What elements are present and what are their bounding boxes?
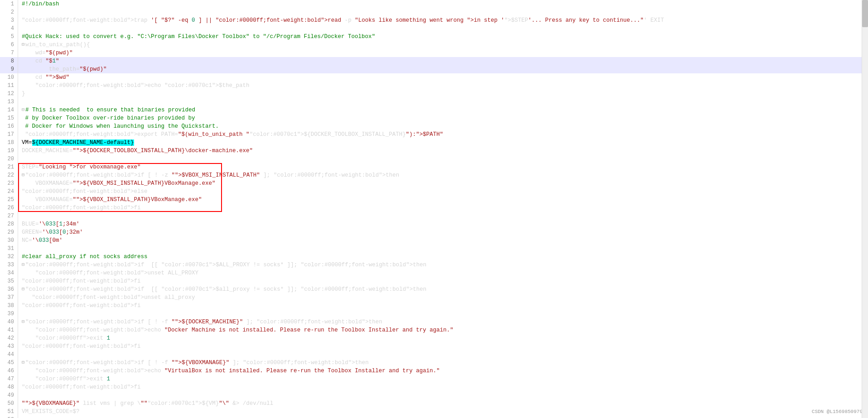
code-line-20 (18, 155, 868, 163)
code-line-36: ⊟"color:#0000ff;font-weight:bold">if [[ … (18, 285, 868, 293)
line-numbers: 1234567891011121314151617181920212223242… (0, 0, 18, 418)
code-line-28: BLUE='\033[1;34m' (18, 220, 868, 228)
line-number-17: 17 (0, 130, 18, 139)
code-line-33: ⊟"color:#0000ff;font-weight:bold">if [[ … (18, 261, 868, 269)
scroll-thumb[interactable] (862, 0, 868, 27)
scroll-indicator[interactable] (862, 0, 868, 418)
line-number-1: 1 (0, 0, 18, 8)
code-line-8: cd "$1" (18, 57, 868, 65)
code-line-13 (18, 98, 868, 106)
code-line-22: ⊟"color:#0000ff;font-weight:bold">if [ !… (18, 171, 868, 179)
code-content-36: "color:#0000ff;font-weight:bold">if [[ "… (25, 285, 426, 293)
code-line-9: the_path="$(pwd)" (18, 65, 868, 73)
code-line-18: VM=${DOCKER_MACHINE_NAME-default} (18, 139, 868, 147)
line-number-10: 10 (0, 73, 18, 82)
code-line-41: "color:#0000ff;font-weight:bold">echo "D… (18, 326, 868, 334)
code-content-46: "color:#0000ff;font-weight:bold">echo "V… (22, 367, 440, 375)
code-content-14: # This is needed to ensure that binaries… (25, 106, 195, 114)
code-content-43: "color:#0000ff;font-weight:bold">fi (22, 342, 141, 351)
line-number-24: 24 (0, 187, 18, 196)
line-number-49: 49 (0, 391, 18, 399)
code-content-6: win_to_unix_path(){ (25, 41, 90, 49)
code-line-37: "color:#0000ff;font-weight:bold">unset a… (18, 293, 868, 302)
fold-icon-22[interactable]: ⊟ (22, 171, 24, 179)
line-number-45: 45 (0, 359, 18, 367)
code-line-39 (18, 310, 868, 318)
code-content-5: #Quick Hack: used to convert e.g. "C:\Pr… (22, 33, 375, 41)
code-content-23: VBOXMANAGE="">${VBOX_MSI_INSTALL_PATH}VB… (22, 179, 216, 187)
code-content-19: DOCKER_MACHINE="">${DOCKER_TOOLBOX_INSTA… (22, 147, 253, 155)
line-number-42: 42 (0, 334, 18, 342)
code-content-40: "color:#0000ff;font-weight:bold">if [ ! … (25, 318, 382, 326)
code-line-10: cd "">$wd" (18, 73, 868, 82)
fold-icon-36[interactable]: ⊟ (22, 285, 24, 293)
code-line-25: VBOXMANAGE="">${VBOX_INSTALL_PATH}VBoxMa… (18, 196, 868, 204)
code-content-11: "color:#0000ff;font-weight:bold">echo "c… (22, 82, 250, 90)
code-line-24: "color:#0000ff;font-weight:bold">else (18, 187, 868, 196)
fold-icon-45[interactable]: ⊟ (22, 359, 24, 367)
line-number-28: 28 (0, 220, 18, 228)
code-line-49 (18, 391, 868, 399)
code-content-15: # by Docker Toolbox over-ride binaries p… (22, 114, 195, 122)
line-number-3: 3 (0, 16, 18, 24)
line-number-2: 2 (0, 8, 18, 16)
code-line-45: ⊟"color:#0000ff;font-weight:bold">if [ !… (18, 359, 868, 367)
code-line-16: # Docker for Windows when launching usin… (18, 122, 868, 130)
code-line-32: #clear all_proxy if not socks address (18, 253, 868, 261)
code-line-1: #!/bin/bash (18, 0, 868, 8)
line-number-12: 12 (0, 90, 18, 98)
line-number-41: 41 (0, 326, 18, 334)
code-content-37: "color:#0000ff;font-weight:bold">unset a… (22, 293, 195, 302)
code-line-46: "color:#0000ff;font-weight:bold">echo "V… (18, 367, 868, 375)
line-number-37: 37 (0, 293, 18, 302)
code-line-27 (18, 212, 868, 220)
code-content-7: wd="$(pwd)" (22, 49, 73, 57)
line-number-4: 4 (0, 24, 18, 33)
fold-icon-40[interactable]: ⊟ (22, 318, 24, 326)
code-content-10: cd "">$wd" (22, 73, 69, 82)
line-number-43: 43 (0, 342, 18, 351)
code-line-6: ⊟win_to_unix_path(){ (18, 41, 868, 49)
code-content-1: #!/bin/bash (22, 0, 59, 8)
code-content-35: "color:#0000ff;font-weight:bold">fi (22, 277, 141, 285)
line-number-52: 52 (0, 416, 18, 418)
code-content-24: "color:#0000ff;font-weight:bold">else (22, 187, 148, 196)
fold-icon-14[interactable]: ⊟ (22, 106, 24, 114)
code-line-21: STEP="Looking ">for vboxmanage.exe" (18, 163, 868, 171)
line-number-25: 25 (0, 196, 18, 204)
line-number-36: 36 (0, 285, 18, 293)
line-number-31: 31 (0, 245, 18, 253)
code-line-5: #Quick Hack: used to convert e.g. "C:\Pr… (18, 33, 868, 41)
watermark: CSDN @L1569850979 (812, 409, 863, 414)
code-content-12: } (22, 90, 25, 98)
line-number-51: 51 (0, 408, 18, 416)
editor-container: 1234567891011121314151617181920212223242… (0, 0, 868, 418)
line-number-20: 20 (0, 155, 18, 163)
line-number-13: 13 (0, 98, 18, 106)
fold-icon-6[interactable]: ⊟ (22, 41, 24, 49)
code-content-30: NC='\033[0m' (22, 236, 63, 245)
line-number-8: 8 (0, 57, 18, 65)
line-number-40: 40 (0, 318, 18, 326)
line-number-27: 27 (0, 212, 18, 220)
line-number-34: 34 (0, 269, 18, 277)
code-content-47: "color:#0000ff">exit 1 (22, 375, 110, 383)
line-number-22: 22 (0, 171, 18, 179)
line-number-19: 19 (0, 147, 18, 155)
code-line-14: ⊟# This is needed to ensure that binarie… (18, 106, 868, 114)
code-line-40: ⊟"color:#0000ff;font-weight:bold">if [ !… (18, 318, 868, 326)
line-number-15: 15 (0, 114, 18, 122)
code-line-31 (18, 245, 868, 253)
code-content-9: the_path="$(pwd)" (22, 65, 107, 73)
line-number-35: 35 (0, 277, 18, 285)
line-number-38: 38 (0, 302, 18, 310)
line-number-21: 21 (0, 163, 18, 171)
line-number-33: 33 (0, 261, 18, 269)
fold-icon-33[interactable]: ⊟ (22, 261, 24, 269)
code-content-8: cd "$1" (22, 57, 59, 65)
code-area[interactable]: #!/bin/bash"color:#0000ff;font-weight:bo… (18, 0, 868, 418)
line-number-26: 26 (0, 204, 18, 212)
code-content-21: STEP="Looking ">for vboxmanage.exe" (22, 163, 141, 171)
code-content-50: "">${VBOXMANAGE}" list vms | grep \"""co… (22, 399, 273, 408)
code-line-3: "color:#0000ff;font-weight:bold">trap '[… (18, 16, 868, 24)
